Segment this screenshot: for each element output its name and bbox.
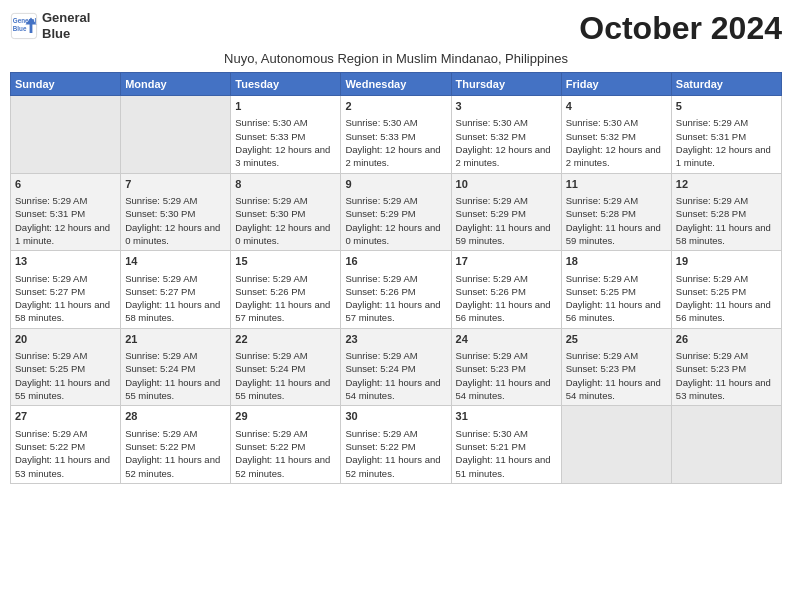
calendar-cell: 24Sunrise: 5:29 AM Sunset: 5:23 PM Dayli…	[451, 328, 561, 406]
calendar-cell: 10Sunrise: 5:29 AM Sunset: 5:29 PM Dayli…	[451, 173, 561, 251]
day-info: Sunrise: 5:29 AM Sunset: 5:30 PM Dayligh…	[235, 194, 336, 247]
day-number: 14	[125, 254, 226, 269]
day-of-week-header: Saturday	[671, 73, 781, 96]
calendar-cell	[121, 96, 231, 174]
calendar-cell: 6Sunrise: 5:29 AM Sunset: 5:31 PM Daylig…	[11, 173, 121, 251]
day-info: Sunrise: 5:29 AM Sunset: 5:25 PM Dayligh…	[676, 272, 777, 325]
day-info: Sunrise: 5:29 AM Sunset: 5:22 PM Dayligh…	[15, 427, 116, 480]
day-info: Sunrise: 5:29 AM Sunset: 5:28 PM Dayligh…	[676, 194, 777, 247]
calendar-cell: 23Sunrise: 5:29 AM Sunset: 5:24 PM Dayli…	[341, 328, 451, 406]
day-info: Sunrise: 5:29 AM Sunset: 5:27 PM Dayligh…	[15, 272, 116, 325]
day-of-week-header: Sunday	[11, 73, 121, 96]
day-number: 5	[676, 99, 777, 114]
calendar-cell: 21Sunrise: 5:29 AM Sunset: 5:24 PM Dayli…	[121, 328, 231, 406]
calendar-cell: 4Sunrise: 5:30 AM Sunset: 5:32 PM Daylig…	[561, 96, 671, 174]
day-info: Sunrise: 5:29 AM Sunset: 5:24 PM Dayligh…	[345, 349, 446, 402]
day-info: Sunrise: 5:29 AM Sunset: 5:27 PM Dayligh…	[125, 272, 226, 325]
day-info: Sunrise: 5:30 AM Sunset: 5:32 PM Dayligh…	[566, 116, 667, 169]
day-info: Sunrise: 5:29 AM Sunset: 5:22 PM Dayligh…	[345, 427, 446, 480]
calendar-cell: 17Sunrise: 5:29 AM Sunset: 5:26 PM Dayli…	[451, 251, 561, 329]
day-info: Sunrise: 5:29 AM Sunset: 5:25 PM Dayligh…	[15, 349, 116, 402]
day-number: 26	[676, 332, 777, 347]
calendar-cell: 18Sunrise: 5:29 AM Sunset: 5:25 PM Dayli…	[561, 251, 671, 329]
day-info: Sunrise: 5:29 AM Sunset: 5:29 PM Dayligh…	[345, 194, 446, 247]
day-info: Sunrise: 5:29 AM Sunset: 5:22 PM Dayligh…	[235, 427, 336, 480]
day-number: 12	[676, 177, 777, 192]
day-number: 24	[456, 332, 557, 347]
day-number: 3	[456, 99, 557, 114]
day-number: 21	[125, 332, 226, 347]
day-info: Sunrise: 5:30 AM Sunset: 5:33 PM Dayligh…	[345, 116, 446, 169]
day-info: Sunrise: 5:29 AM Sunset: 5:30 PM Dayligh…	[125, 194, 226, 247]
calendar-week-row: 13Sunrise: 5:29 AM Sunset: 5:27 PM Dayli…	[11, 251, 782, 329]
day-number: 9	[345, 177, 446, 192]
day-of-week-header: Friday	[561, 73, 671, 96]
day-number: 20	[15, 332, 116, 347]
calendar-cell: 16Sunrise: 5:29 AM Sunset: 5:26 PM Dayli…	[341, 251, 451, 329]
calendar-cell	[561, 406, 671, 484]
day-number: 2	[345, 99, 446, 114]
day-number: 10	[456, 177, 557, 192]
day-info: Sunrise: 5:29 AM Sunset: 5:31 PM Dayligh…	[676, 116, 777, 169]
day-number: 31	[456, 409, 557, 424]
day-info: Sunrise: 5:29 AM Sunset: 5:24 PM Dayligh…	[125, 349, 226, 402]
calendar-table: SundayMondayTuesdayWednesdayThursdayFrid…	[10, 72, 782, 484]
calendar-cell: 2Sunrise: 5:30 AM Sunset: 5:33 PM Daylig…	[341, 96, 451, 174]
calendar-cell: 20Sunrise: 5:29 AM Sunset: 5:25 PM Dayli…	[11, 328, 121, 406]
calendar-cell: 13Sunrise: 5:29 AM Sunset: 5:27 PM Dayli…	[11, 251, 121, 329]
calendar-cell: 11Sunrise: 5:29 AM Sunset: 5:28 PM Dayli…	[561, 173, 671, 251]
day-number: 11	[566, 177, 667, 192]
day-number: 17	[456, 254, 557, 269]
day-of-week-header: Tuesday	[231, 73, 341, 96]
calendar-week-row: 27Sunrise: 5:29 AM Sunset: 5:22 PM Dayli…	[11, 406, 782, 484]
day-number: 4	[566, 99, 667, 114]
header: General Blue General Blue October 2024	[10, 10, 782, 47]
day-of-week-header: Thursday	[451, 73, 561, 96]
calendar-cell: 9Sunrise: 5:29 AM Sunset: 5:29 PM Daylig…	[341, 173, 451, 251]
day-info: Sunrise: 5:29 AM Sunset: 5:26 PM Dayligh…	[345, 272, 446, 325]
calendar-cell	[671, 406, 781, 484]
day-info: Sunrise: 5:29 AM Sunset: 5:25 PM Dayligh…	[566, 272, 667, 325]
day-number: 8	[235, 177, 336, 192]
day-info: Sunrise: 5:29 AM Sunset: 5:23 PM Dayligh…	[566, 349, 667, 402]
calendar-cell: 30Sunrise: 5:29 AM Sunset: 5:22 PM Dayli…	[341, 406, 451, 484]
day-number: 15	[235, 254, 336, 269]
calendar-cell: 5Sunrise: 5:29 AM Sunset: 5:31 PM Daylig…	[671, 96, 781, 174]
day-info: Sunrise: 5:29 AM Sunset: 5:29 PM Dayligh…	[456, 194, 557, 247]
calendar-week-row: 20Sunrise: 5:29 AM Sunset: 5:25 PM Dayli…	[11, 328, 782, 406]
day-of-week-header: Wednesday	[341, 73, 451, 96]
calendar-cell: 7Sunrise: 5:29 AM Sunset: 5:30 PM Daylig…	[121, 173, 231, 251]
day-number: 1	[235, 99, 336, 114]
calendar-cell: 25Sunrise: 5:29 AM Sunset: 5:23 PM Dayli…	[561, 328, 671, 406]
day-info: Sunrise: 5:29 AM Sunset: 5:22 PM Dayligh…	[125, 427, 226, 480]
calendar-cell: 1Sunrise: 5:30 AM Sunset: 5:33 PM Daylig…	[231, 96, 341, 174]
day-info: Sunrise: 5:30 AM Sunset: 5:33 PM Dayligh…	[235, 116, 336, 169]
calendar-cell: 29Sunrise: 5:29 AM Sunset: 5:22 PM Dayli…	[231, 406, 341, 484]
day-number: 6	[15, 177, 116, 192]
day-number: 22	[235, 332, 336, 347]
day-info: Sunrise: 5:29 AM Sunset: 5:23 PM Dayligh…	[456, 349, 557, 402]
day-info: Sunrise: 5:29 AM Sunset: 5:23 PM Dayligh…	[676, 349, 777, 402]
day-number: 29	[235, 409, 336, 424]
day-info: Sunrise: 5:29 AM Sunset: 5:24 PM Dayligh…	[235, 349, 336, 402]
day-number: 18	[566, 254, 667, 269]
day-of-week-header: Monday	[121, 73, 231, 96]
day-info: Sunrise: 5:29 AM Sunset: 5:28 PM Dayligh…	[566, 194, 667, 247]
calendar-cell: 26Sunrise: 5:29 AM Sunset: 5:23 PM Dayli…	[671, 328, 781, 406]
day-number: 16	[345, 254, 446, 269]
month-title: October 2024	[579, 10, 782, 47]
day-info: Sunrise: 5:29 AM Sunset: 5:26 PM Dayligh…	[235, 272, 336, 325]
svg-text:Blue: Blue	[13, 24, 27, 31]
day-info: Sunrise: 5:29 AM Sunset: 5:26 PM Dayligh…	[456, 272, 557, 325]
logo-text: General Blue	[42, 10, 90, 41]
calendar-week-row: 6Sunrise: 5:29 AM Sunset: 5:31 PM Daylig…	[11, 173, 782, 251]
calendar-cell: 12Sunrise: 5:29 AM Sunset: 5:28 PM Dayli…	[671, 173, 781, 251]
day-info: Sunrise: 5:30 AM Sunset: 5:21 PM Dayligh…	[456, 427, 557, 480]
calendar-cell: 28Sunrise: 5:29 AM Sunset: 5:22 PM Dayli…	[121, 406, 231, 484]
calendar-cell: 14Sunrise: 5:29 AM Sunset: 5:27 PM Dayli…	[121, 251, 231, 329]
subtitle: Nuyo, Autonomous Region in Muslim Mindan…	[10, 51, 782, 66]
logo: General Blue General Blue	[10, 10, 90, 41]
day-number: 7	[125, 177, 226, 192]
calendar-cell: 19Sunrise: 5:29 AM Sunset: 5:25 PM Dayli…	[671, 251, 781, 329]
calendar-cell: 15Sunrise: 5:29 AM Sunset: 5:26 PM Dayli…	[231, 251, 341, 329]
